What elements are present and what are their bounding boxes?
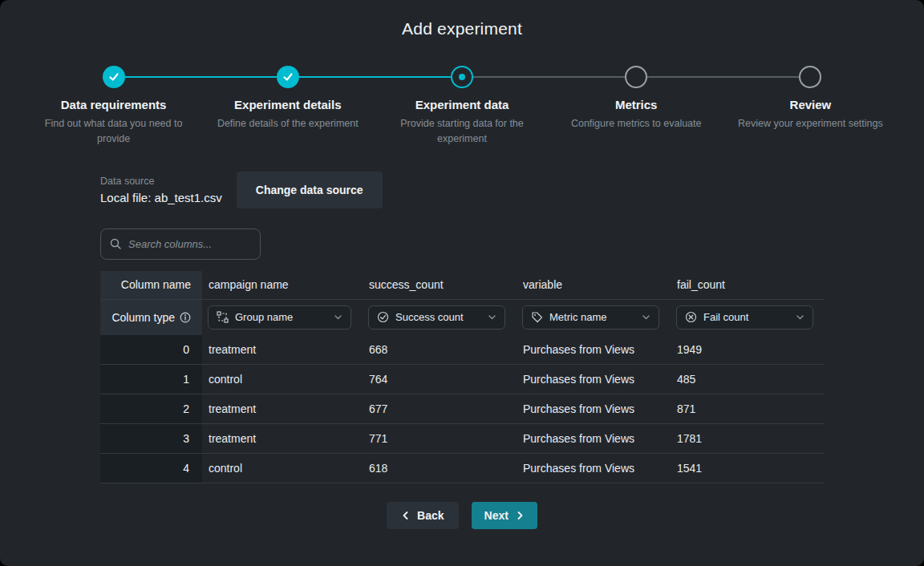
data-source-section: Data source Local file: ab_test1.csv Cha… [100,172,924,208]
next-button-label: Next [484,509,509,522]
page-title: Add experiment [0,0,924,38]
step-description: Provide starting data for the experiment [382,116,542,148]
group-icon [217,311,229,323]
column-header-fail-count: fail_count [671,278,825,291]
cell-variable: Purchases from Views [517,373,671,386]
cell-success-count: 771 [363,432,517,445]
search-columns-box[interactable] [100,228,261,260]
column-type-header: Column type [100,300,202,335]
cell-campaign-name: treatment [202,402,363,415]
cell-variable: Purchases from Views [517,343,671,356]
dropdown-value: Group name [235,311,327,323]
next-button[interactable]: Next [472,502,537,529]
step-description: Define details of the experiment [208,116,368,131]
step-connector-line [125,76,201,78]
search-input[interactable] [128,238,252,250]
chevron-down-icon [334,313,342,321]
wizard-footer: Back Next [0,502,924,529]
back-button[interactable]: Back [387,502,458,529]
column-type-dropdown-metric-name[interactable]: Metric name [522,305,659,329]
dropdown-value: Fail count [703,311,789,323]
step-description: Find out what data you need to provide [34,116,194,148]
chevron-left-icon [401,511,411,520]
table-row: 1 control 764 Purchases from Views 485 [100,365,825,394]
step-label: Review [723,98,898,111]
step-upcoming-icon [799,66,821,88]
step-connector-line [375,76,451,78]
step-label: Metrics [549,98,723,111]
step-connector-line [299,76,375,78]
step-connector-line [473,76,549,78]
data-source-value: Local file: ab_test1.csv [100,191,222,204]
columns-table: Column name campaign name success_count … [100,271,825,483]
column-type-dropdown-fail-count[interactable]: Fail count [676,305,813,329]
table-row: 2 treatment 677 Purchases from Views 871 [100,394,825,424]
column-name-header: Column name [100,271,202,299]
chevron-down-icon [488,313,496,321]
cell-success-count: 668 [363,343,517,356]
table-row: 0 treatment 668 Purchases from Views 194… [100,335,825,365]
step-label: Experiment data [375,98,549,111]
cell-variable: Purchases from Views [517,432,671,445]
column-type-dropdown-group-name[interactable]: Group name [208,305,351,329]
stepper: Data requirements Find out what data you… [26,66,898,148]
step-connector-line [549,76,626,78]
row-index: 4 [100,454,202,483]
x-circle-icon [685,311,697,323]
table-row: 4 control 618 Purchases from Views 1541 [100,454,825,483]
dropdown-value: Metric name [549,311,635,323]
step-complete-check-icon [103,66,125,88]
step-current-icon [451,66,473,88]
step-label: Experiment details [201,98,375,111]
row-index: 3 [100,424,202,453]
cell-success-count: 764 [363,373,517,386]
check-circle-icon [377,311,389,323]
search-icon [109,237,122,250]
cell-variable: Purchases from Views [517,462,671,475]
row-index: 1 [100,365,202,394]
step-connector-line [26,76,103,78]
cell-success-count: 618 [363,462,517,475]
table-row: 3 treatment 771 Purchases from Views 178… [100,424,825,454]
step-connector-line [723,76,800,78]
step-description: Configure metrics to evaluate [556,116,716,131]
cell-campaign-name: control [202,373,363,386]
tag-icon [531,311,543,323]
row-index: 0 [100,335,202,364]
stepper-step-experiment-details[interactable]: Experiment details Define details of the… [201,66,375,148]
cell-campaign-name: treatment [202,432,363,445]
cell-fail-count: 1541 [671,462,825,475]
data-source-label: Data source [100,176,222,187]
change-data-source-button[interactable]: Change data source [237,172,383,208]
step-connector-line [201,76,277,78]
chevron-down-icon [796,313,804,321]
cell-fail-count: 1781 [671,432,825,445]
step-connector-line [821,76,898,78]
column-type-label: Column type [111,311,175,324]
chevron-down-icon [642,313,650,321]
info-icon[interactable] [180,312,191,323]
cell-campaign-name: control [202,462,363,475]
column-type-dropdown-success-count[interactable]: Success count [368,305,505,329]
chevron-right-icon [515,511,525,520]
step-description: Review your experiment settings [730,116,890,131]
stepper-step-review[interactable]: Review Review your experiment settings [723,66,898,148]
cell-fail-count: 1949 [671,343,825,356]
cell-fail-count: 485 [671,373,825,386]
cell-fail-count: 871 [671,402,825,415]
step-upcoming-icon [625,66,647,88]
cell-success-count: 677 [363,402,517,415]
row-index: 2 [100,394,202,423]
add-experiment-modal: Add experiment Data requirements Find ou… [0,0,924,566]
step-label: Data requirements [26,98,201,111]
stepper-step-metrics[interactable]: Metrics Configure metrics to evaluate [549,66,723,148]
step-connector-line [647,76,723,78]
cell-variable: Purchases from Views [517,402,671,415]
column-type-row: Column type Group name Success count [100,300,825,335]
stepper-step-data-requirements[interactable]: Data requirements Find out what data you… [26,66,201,148]
stepper-step-experiment-data[interactable]: Experiment data Provide starting data fo… [375,66,549,148]
column-header-success-count: success_count [363,278,517,291]
dropdown-value: Success count [395,311,481,323]
column-header-campaign-name: campaign name [202,278,363,291]
cell-campaign-name: treatment [202,343,363,356]
